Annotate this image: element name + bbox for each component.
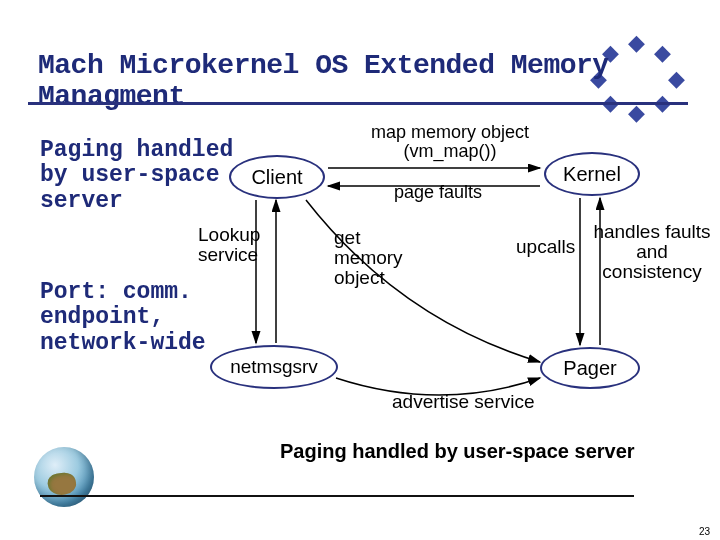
- node-netmsgsrv: netmsgsrv: [210, 345, 338, 389]
- label-upcalls: upcalls: [516, 237, 575, 257]
- node-pager: Pager: [540, 347, 640, 389]
- label-get-memory: get memory object: [334, 228, 424, 288]
- label-advertise: advertise service: [392, 392, 535, 412]
- label-page-faults: page faults: [394, 183, 482, 202]
- label-map-memory: map memory object (vm_map()): [350, 123, 550, 161]
- node-client: Client: [229, 155, 325, 199]
- title-rule: [28, 102, 688, 105]
- label-lookup: Lookup service: [198, 225, 260, 265]
- footer-rule: [40, 495, 634, 497]
- note-paging: Paging handled by user-space server: [40, 138, 233, 214]
- node-kernel: Kernel: [544, 152, 640, 196]
- page-number: 23: [699, 526, 710, 537]
- note-port: Port: comm. endpoint, network-wide: [40, 280, 206, 356]
- globe-icon: [34, 447, 94, 507]
- footer-text: Paging handled by user-space server: [280, 440, 635, 463]
- label-handles: handles faults and consistency: [592, 222, 712, 282]
